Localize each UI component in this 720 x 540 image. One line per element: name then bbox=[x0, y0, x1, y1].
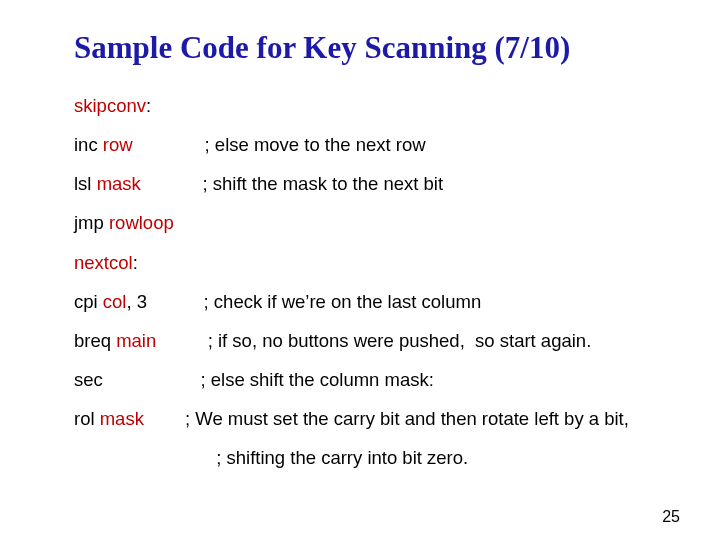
code-symbol: col bbox=[103, 291, 127, 312]
code-text: rol bbox=[74, 408, 100, 429]
code-text: cpi bbox=[74, 291, 103, 312]
code-text: sec ; else shift the column mask: bbox=[74, 369, 434, 390]
slide-title: Sample Code for Key Scanning (7/10) bbox=[74, 30, 660, 66]
code-symbol: main bbox=[116, 330, 156, 351]
code-text: : bbox=[133, 252, 138, 273]
code-text: ; shifting the carry into bit zero. bbox=[134, 447, 468, 468]
code-line: sec ; else shift the column mask: bbox=[74, 368, 660, 391]
code-line: breq main ; if so, no buttons were pushe… bbox=[74, 329, 660, 352]
code-line: cpi col, 3 ; check if we’re on the last … bbox=[74, 290, 660, 313]
slide: Sample Code for Key Scanning (7/10) skip… bbox=[0, 0, 720, 540]
code-text: , 3 ; check if we’re on the last column bbox=[126, 291, 481, 312]
code-body: skipconv:inc row ; else move to the next… bbox=[74, 94, 660, 469]
code-symbol: rowloop bbox=[109, 212, 174, 233]
code-symbol: mask bbox=[100, 408, 144, 429]
code-text: ; We must set the carry bit and then rot… bbox=[144, 408, 629, 429]
code-line: inc row ; else move to the next row bbox=[74, 133, 660, 156]
code-line: rol mask ; We must set the carry bit and… bbox=[74, 407, 660, 430]
code-text: lsl bbox=[74, 173, 97, 194]
code-line: lsl mask ; shift the mask to the next bi… bbox=[74, 172, 660, 195]
code-text: breq bbox=[74, 330, 116, 351]
code-symbol: mask bbox=[97, 173, 141, 194]
code-text: ; shift the mask to the next bit bbox=[141, 173, 443, 194]
code-text: jmp bbox=[74, 212, 109, 233]
code-line: ; shifting the carry into bit zero. bbox=[134, 446, 660, 469]
code-text: ; if so, no buttons were pushed, so star… bbox=[156, 330, 591, 351]
code-text: ; else move to the next row bbox=[133, 134, 426, 155]
code-line: skipconv: bbox=[74, 94, 660, 117]
code-text: inc bbox=[74, 134, 103, 155]
code-text: : bbox=[146, 95, 151, 116]
code-line: jmp rowloop bbox=[74, 211, 660, 234]
code-symbol: nextcol bbox=[74, 252, 133, 273]
code-symbol: skipconv bbox=[74, 95, 146, 116]
page-number: 25 bbox=[662, 508, 680, 526]
code-line: nextcol: bbox=[74, 251, 660, 274]
code-symbol: row bbox=[103, 134, 133, 155]
